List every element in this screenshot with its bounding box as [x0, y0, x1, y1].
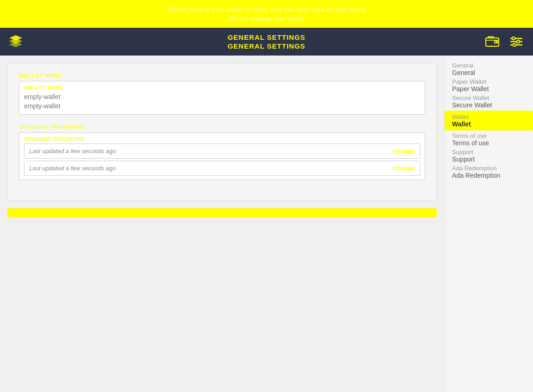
svg-rect-5: [488, 36, 494, 38]
sidebar-secure-wallet-main[interactable]: Secure Wallet: [452, 101, 526, 109]
spending-password-row-2: Last updated a few seconds ago change: [24, 161, 420, 176]
sidebar-ada-redemption-main[interactable]: Ada Redemption: [452, 172, 526, 179]
sidebar-paper-wallet-group: Paper Wallet Paper Wallet: [445, 77, 533, 93]
navbar-title-line1: GENERAL SETTINGS: [228, 33, 305, 42]
logo: [7, 33, 24, 50]
banner-text-line2: Please backup your wallet: [229, 14, 304, 23]
top-banner: Please backup your wallet to make sure y…: [0, 0, 533, 28]
settings-icon-button[interactable]: [507, 32, 526, 51]
sidebar-paper-wallet-main[interactable]: Paper Wallet: [452, 85, 526, 93]
wallet-icon-button[interactable]: [483, 32, 502, 51]
change-button-1[interactable]: change: [392, 148, 415, 155]
logo-icon: [7, 33, 24, 50]
sidebar-secure-wallet-shadow: Secure Wallet: [452, 94, 526, 101]
svg-point-12: [513, 44, 516, 46]
sidebar-support-group: Support Support: [445, 148, 533, 164]
sidebar-support-main[interactable]: Support: [452, 156, 526, 163]
settings-card: WALLET NAME WALLET NAME SPENDING PASSWOR…: [7, 63, 437, 201]
sidebar: General General Paper Wallet Paper Walle…: [444, 56, 533, 392]
sidebar-paper-wallet-shadow: Paper Wallet: [452, 78, 526, 85]
spending-password-label: SPENDING PASSWORD: [19, 124, 425, 130]
wallet-icon: [485, 34, 500, 49]
sidebar-ada-redemption-shadow: Ada Redemption: [452, 165, 526, 172]
svg-marker-2: [9, 42, 22, 47]
svg-point-6: [495, 42, 496, 43]
navbar-center: GENERAL SETTINGS GENERAL SETTINGS: [228, 33, 305, 51]
sidebar-support-shadow: Support: [452, 149, 526, 156]
wallet-name-group: WALLET NAME WALLET NAME: [19, 73, 425, 115]
svg-point-11: [517, 40, 520, 43]
settings-icon: [509, 34, 524, 49]
sidebar-ada-redemption-group: Ada Redemption Ada Redemption: [445, 164, 533, 180]
change-button-2[interactable]: change: [392, 165, 415, 172]
sidebar-wallet-shadow: Wallet: [452, 113, 526, 120]
wallet-name-input-label: WALLET NAME: [24, 85, 420, 90]
spending-password-input-label: SPENDING PASSWORD: [24, 137, 420, 142]
sidebar-secure-wallet-group: Secure Wallet Secure Wallet: [445, 93, 533, 110]
spending-password-wrapper: SPENDING PASSWORD Last updated a few sec…: [19, 132, 425, 180]
navbar-right: [483, 32, 526, 51]
sidebar-general-shadow: General: [452, 62, 526, 69]
sidebar-wallet-active-group[interactable]: Wallet Wallet: [445, 111, 533, 131]
navbar-title-line2: GENERAL SETTINGS: [228, 42, 305, 51]
wallet-name-input-wrapper: WALLET NAME: [19, 81, 425, 115]
spending-password-group: SPENDING PASSWORD SPENDING PASSWORD Last…: [19, 124, 425, 180]
sidebar-general-main[interactable]: General: [452, 69, 526, 76]
content-area: WALLET NAME WALLET NAME SPENDING PASSWOR…: [0, 56, 444, 392]
spending-password-row-1: Last updated a few seconds ago change: [24, 143, 420, 159]
sidebar-terms-group: Terms of use Terms of use: [445, 131, 533, 148]
navbar: GENERAL SETTINGS GENERAL SETTINGS: [0, 28, 533, 56]
wallet-name-input-1[interactable]: [24, 92, 420, 101]
sidebar-terms-main[interactable]: Terms of use: [452, 139, 526, 147]
sidebar-wallet-main: Wallet: [452, 120, 526, 128]
last-updated-2: Last updated a few seconds ago: [29, 165, 116, 172]
banner-text-line1: Please backup your wallet to make sure y…: [167, 5, 366, 14]
last-updated-1: Last updated a few seconds ago: [29, 148, 116, 155]
svg-point-10: [512, 37, 515, 40]
wallet-name-label: WALLET NAME: [19, 73, 425, 78]
sidebar-general-group: General General: [445, 61, 533, 77]
yellow-bottom-bar: [7, 208, 437, 218]
main-layout: WALLET NAME WALLET NAME SPENDING PASSWOR…: [0, 56, 533, 392]
sidebar-terms-shadow: Terms of use: [452, 132, 526, 139]
wallet-name-input-2[interactable]: [24, 101, 420, 111]
